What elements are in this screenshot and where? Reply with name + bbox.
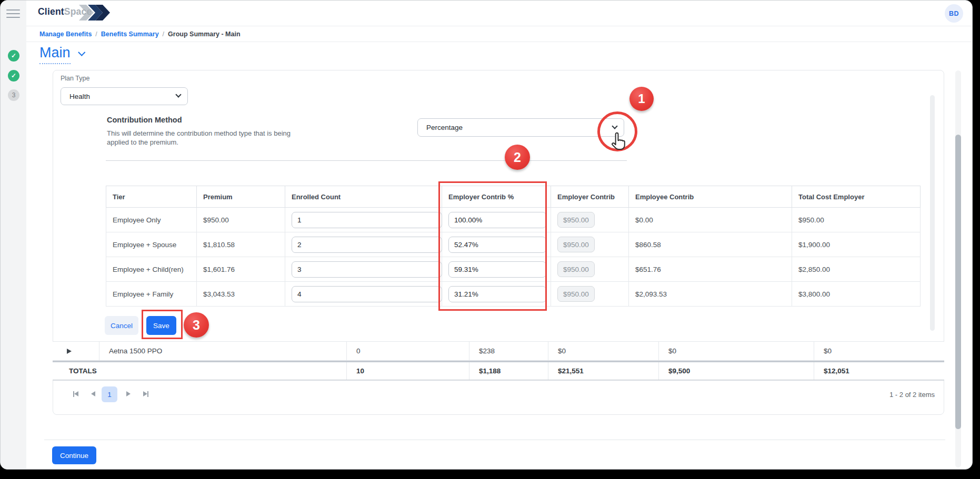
last-page-icon xyxy=(143,391,147,396)
contribution-method-label: Contribution Method xyxy=(107,116,182,124)
prev-page-icon xyxy=(91,391,95,396)
employee-contrib-cell: $860.58 xyxy=(629,232,792,257)
employer-contrib-readonly-input xyxy=(557,286,595,302)
col-header-enrolled-count: Enrolled Count xyxy=(285,186,442,208)
col-header-tier: Tier xyxy=(106,186,197,208)
logo-text-client: Client xyxy=(38,6,64,17)
first-page-button[interactable] xyxy=(70,388,82,400)
employee-contrib-cell: $2,093.53 xyxy=(629,282,792,307)
totals-label: TOTALS xyxy=(53,362,346,380)
next-page-button[interactable] xyxy=(123,388,134,400)
last-page-button[interactable] xyxy=(140,388,152,400)
plan-total-cell: $0 xyxy=(814,342,944,360)
employer-contrib-readonly-input xyxy=(557,261,595,277)
employee-contrib-cell: $0.00 xyxy=(629,208,792,232)
page-scrollbar-thumb[interactable] xyxy=(955,135,961,429)
caret-right-icon xyxy=(67,349,72,354)
plan-type-value: Health xyxy=(69,93,90,100)
plan-employee-cell: $0 xyxy=(658,342,814,360)
plan-row-aetna: Aetna 1500 PPO 0 $238 $0 $0 $0 xyxy=(53,341,944,361)
enrolled-count-input[interactable] xyxy=(292,212,442,228)
totals-employer-cell: $21,551 xyxy=(548,362,658,380)
pointer-hand-icon xyxy=(610,131,628,151)
breadcrumb-current: Group Summary - Main xyxy=(168,30,241,38)
totals-total-cell: $12,051 xyxy=(814,362,944,380)
pagination-summary: 1 - 2 of 2 items xyxy=(889,391,935,399)
breadcrumb-divider xyxy=(26,42,973,42)
current-page-button[interactable]: 1 xyxy=(102,386,117,402)
breadcrumb: Manage Benefits/Benefits Summary/Group S… xyxy=(39,30,241,38)
step-2-complete-icon: ✓ xyxy=(8,70,19,81)
logo-text-space: Space xyxy=(64,6,92,17)
employer-contrib-readonly-input xyxy=(557,212,595,228)
expand-row-button[interactable] xyxy=(53,342,99,360)
plan-name-cell: Aetna 1500 PPO xyxy=(99,342,346,360)
plan-enrolled-cell: 0 xyxy=(346,342,469,360)
breadcrumb-separator: / xyxy=(95,30,97,38)
enrolled-count-input[interactable] xyxy=(292,286,442,302)
totals-premium-cell: $1,188 xyxy=(469,362,548,380)
app-window: ✓ ✓ 3 ClientSpace BD Manage Benefits/Ben… xyxy=(0,0,973,470)
total-cost-cell: $3,800.00 xyxy=(792,282,921,307)
previous-page-button[interactable] xyxy=(87,388,99,400)
chevron-down-icon xyxy=(175,91,181,97)
employer-contrib-readonly-input xyxy=(557,237,595,252)
chevron-down-icon xyxy=(78,49,85,56)
premium-cell: $1,810.58 xyxy=(197,232,285,257)
inner-scrollbar[interactable] xyxy=(930,95,935,331)
breadcrumb-link-benefits-summary[interactable]: Benefits Summary xyxy=(101,30,159,38)
tier-cell: Employee + Family xyxy=(106,282,197,307)
continue-button[interactable]: Continue xyxy=(52,446,96,464)
employee-contrib-cell: $651.76 xyxy=(629,257,792,282)
col-header-total-cost-employer: Total Cost Employer xyxy=(792,186,921,208)
annotation-rect-3 xyxy=(142,310,183,339)
premium-cell: $1,601.76 xyxy=(197,257,285,282)
col-header-employer-contrib: Employer Contrib xyxy=(551,186,629,208)
premium-cell: $3,043.53 xyxy=(197,282,285,307)
tier-cell: Employee + Child(ren) xyxy=(106,257,197,282)
next-page-icon xyxy=(126,391,131,396)
enrolled-count-input[interactable] xyxy=(292,237,442,253)
contribution-method-value: Percentage xyxy=(426,124,463,131)
total-cost-cell: $950.00 xyxy=(792,208,921,232)
annotation-badge-2: 2 xyxy=(505,145,530,170)
contribution-method-description: This will determine the contribution met… xyxy=(107,129,303,147)
plan-premium-cell: $238 xyxy=(469,342,548,360)
app-logo: ClientSpace xyxy=(38,6,92,17)
hamburger-menu-icon[interactable] xyxy=(6,9,20,19)
premium-cell: $950.00 xyxy=(197,208,285,232)
totals-employee-cell: $9,500 xyxy=(658,362,814,380)
user-avatar[interactable]: BD xyxy=(945,4,963,23)
annotation-badge-3: 3 xyxy=(184,312,209,338)
breadcrumb-link-manage-benefits[interactable]: Manage Benefits xyxy=(39,30,92,38)
breadcrumb-separator: / xyxy=(163,30,164,38)
enrolled-count-input[interactable] xyxy=(292,261,442,278)
col-header-premium: Premium xyxy=(197,186,285,208)
footer-divider xyxy=(44,440,945,440)
slim-sidebar: ✓ ✓ 3 xyxy=(1,1,26,469)
pagination-bar: 1 1 - 2 of 2 items xyxy=(53,380,944,406)
plan-type-label: Plan Type xyxy=(61,75,89,82)
plan-type-select[interactable]: Health xyxy=(61,87,188,105)
total-cost-cell: $1,900.00 xyxy=(792,232,921,257)
cancel-button[interactable]: Cancel xyxy=(105,316,138,335)
page-title: Main xyxy=(39,45,71,64)
step-3-indicator: 3 xyxy=(8,89,19,101)
total-cost-cell: $2,850.00 xyxy=(792,257,921,282)
contribution-method-select[interactable]: Percentage xyxy=(417,118,624,137)
col-header-employee-contrib: Employee Contrib xyxy=(629,186,792,208)
plan-employer-cell: $0 xyxy=(548,342,658,360)
tier-cell: Employee + Spouse xyxy=(106,232,197,257)
annotation-rect-2 xyxy=(438,181,547,311)
totals-row: TOTALS 10 $1,188 $21,551 $9,500 $12,051 xyxy=(53,361,944,380)
tier-cell: Employee Only xyxy=(106,208,197,232)
annotation-badge-1: 1 xyxy=(629,87,654,111)
totals-enrolled-cell: 10 xyxy=(346,362,469,380)
header-divider xyxy=(26,26,973,26)
section-divider xyxy=(106,160,627,161)
step-1-complete-icon: ✓ xyxy=(8,50,19,62)
page-title-dropdown[interactable]: Main xyxy=(39,45,82,61)
